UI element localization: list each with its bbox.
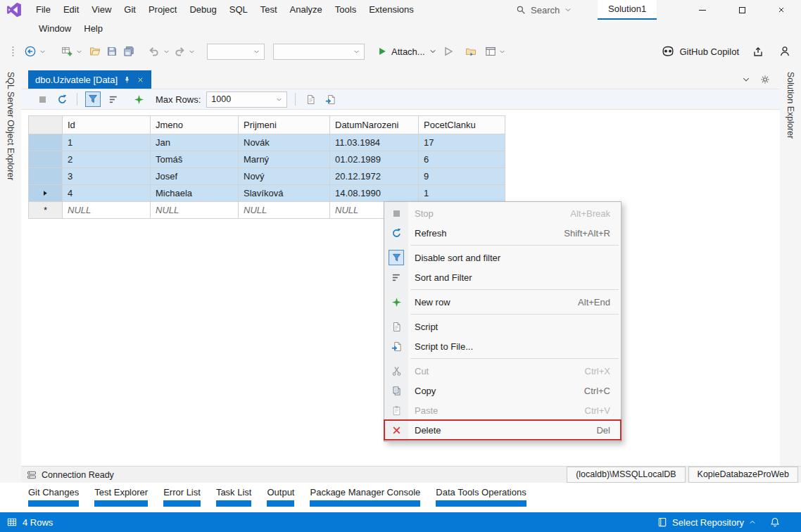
row-header[interactable]: * [29,202,63,219]
document-tab[interactable]: dbo.Uzivatele [Data] [28,70,151,89]
window-layout-button[interactable] [483,43,498,60]
tab-close-icon[interactable] [137,76,144,84]
menu-item-sort-and-filter[interactable]: Sort and Filter [384,267,621,287]
menu-help[interactable]: Help [77,19,109,39]
grid-cell[interactable]: Michaela [151,185,239,202]
menu-git[interactable]: Git [118,0,142,20]
pin-icon[interactable] [123,76,131,84]
back-history-chevron[interactable] [38,43,46,60]
share-button[interactable] [750,43,766,60]
menu-window[interactable]: Window [32,19,77,39]
row-header[interactable] [29,185,63,202]
redo-chevron[interactable] [187,43,196,60]
row-header[interactable] [29,168,63,185]
redo-button[interactable] [172,43,187,60]
grid-cell[interactable]: Josef [151,168,239,185]
sort-filter-button[interactable] [106,91,120,107]
back-button[interactable] [23,43,38,60]
layout-chevron[interactable] [498,43,507,60]
tab-list-chevron[interactable] [742,75,750,84]
filter-toggle-button[interactable] [85,91,101,107]
start-without-debugging-button[interactable] [441,43,456,60]
gear-icon[interactable] [760,75,770,84]
menu-sql[interactable]: SQL [223,0,254,20]
row-header[interactable] [29,134,63,151]
grid-cell[interactable]: NULL [63,202,151,219]
grid-cell[interactable]: Marný [239,151,330,168]
panel-tab-output[interactable]: Output [267,487,294,512]
menu-item-refresh[interactable]: RefreshShift+Alt+R [384,223,621,243]
undo-chevron[interactable] [162,43,170,60]
grid-corner[interactable] [29,116,63,134]
toolbar-combo-2[interactable] [273,44,365,60]
panel-tab-git-changes[interactable]: Git Changes [28,487,79,512]
column-header-pocetclanku[interactable]: PocetClanku [419,116,505,134]
menu-item-disable-sort-and-filter[interactable]: Disable sort and filter [384,248,621,267]
grid-cell[interactable]: 11.03.1984 [330,134,419,151]
maximize-button[interactable] [722,0,762,20]
toolbar-combo-1[interactable] [207,44,265,60]
column-header-id[interactable]: Id [63,116,151,134]
panel-tab-data-tools-operations[interactable]: Data Tools Operations [436,487,526,512]
menu-test[interactable]: Test [254,0,284,20]
grid-cell[interactable]: 3 [63,168,151,185]
sql-server-object-explorer-tab[interactable]: SQL Server Object Explorer [0,65,21,466]
grid-cell[interactable]: 1 [419,185,505,202]
feedback-button[interactable] [777,43,793,60]
grid-cell[interactable]: 4 [63,185,151,202]
column-header-prijmeni[interactable]: Prijmeni [239,116,330,134]
menu-item-script-to-file[interactable]: Script to File... [384,336,621,356]
menu-project[interactable]: Project [142,0,183,20]
max-rows-combo[interactable]: 1000 [206,91,287,108]
panel-tab-task-list[interactable]: Task List [216,487,252,512]
grid-cell[interactable]: Slavíková [239,185,330,202]
grid-cell[interactable]: 01.02.1989 [330,151,419,168]
new-project-button[interactable] [59,43,75,60]
toolbar-grip[interactable] [6,43,21,60]
open-file-button[interactable] [87,43,103,60]
script-button[interactable] [303,91,317,107]
panel-tab-package-manager-console[interactable]: Package Manager Console [310,487,420,512]
panel-tab-test-explorer[interactable]: Test Explorer [94,487,148,512]
grid-cell[interactable]: 9 [419,168,505,185]
database-name[interactable]: KopieDatabazeProWeb [688,467,798,483]
solution-explorer-tab[interactable]: Solution Explorer [780,65,801,466]
menu-extensions[interactable]: Extensions [362,0,420,20]
save-button[interactable] [104,43,120,60]
menu-tools[interactable]: Tools [329,0,362,20]
grid-cell[interactable]: NULL [239,202,330,219]
column-header-jmeno[interactable]: Jmeno [151,116,239,134]
minimize-button[interactable] [683,0,722,20]
grid-cell[interactable]: 20.12.1972 [330,168,419,185]
grid-cell[interactable]: 17 [419,134,505,151]
search-box[interactable]: Search [516,0,572,20]
grid-cell[interactable]: 6 [419,151,505,168]
grid-cell[interactable]: Nový [239,168,330,185]
menu-edit[interactable]: Edit [57,0,85,20]
grid-cell[interactable]: NULL [151,202,239,219]
grid-cell[interactable]: 14.08.1990 [330,185,419,202]
menu-analyze[interactable]: Analyze [284,0,329,20]
menu-item-script[interactable]: Script [384,317,621,336]
row-header[interactable] [29,151,63,168]
column-header-datumnarozeni[interactable]: DatumNarozeni [330,116,419,134]
new-row-button[interactable] [132,91,146,107]
menu-file[interactable]: File [30,0,57,20]
script-to-file-button[interactable] [323,91,337,107]
undo-button[interactable] [146,43,162,60]
grid-cell[interactable]: 1 [63,134,151,151]
grid-cell[interactable]: 2 [63,151,151,168]
new-project-chevron[interactable] [75,43,83,60]
save-all-button[interactable] [121,43,137,60]
server-name[interactable]: (localdb)\MSSQLLocalDB [567,467,685,483]
menu-item-new-row[interactable]: New rowAlt+End [384,292,621,312]
select-repository-button[interactable]: Select Repository [657,517,756,528]
add-existing-item-button[interactable] [463,43,479,60]
attach-button[interactable]: Attach... [374,43,439,60]
menu-item-delete[interactable]: DeleteDel [384,420,621,440]
refresh-button[interactable] [55,91,69,107]
menu-debug[interactable]: Debug [183,0,222,20]
grid-cell[interactable]: Tomáš [151,151,239,168]
panel-tab-error-list[interactable]: Error List [163,487,201,512]
notifications-bell-icon[interactable] [770,517,780,527]
